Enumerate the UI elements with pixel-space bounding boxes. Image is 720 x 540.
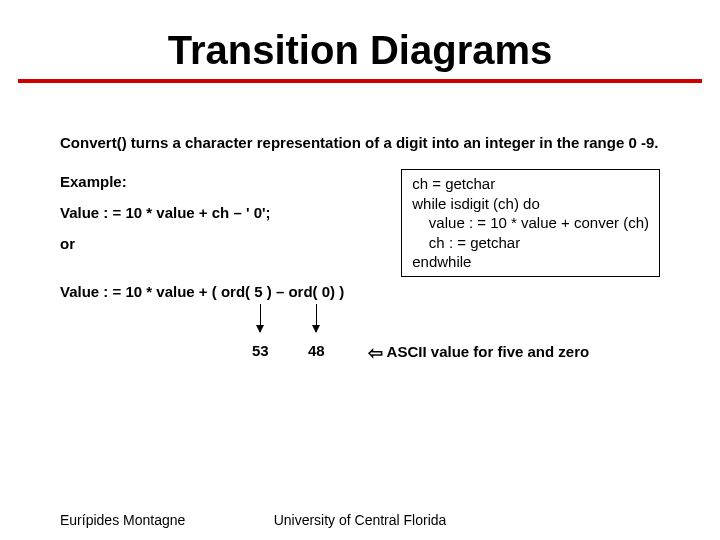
value-48: 48 bbox=[308, 342, 325, 359]
ascii-note-text: ASCII value for five and zero bbox=[383, 343, 589, 360]
example-left-column: Example: Value : = 10 * value + ch – ' 0… bbox=[60, 173, 401, 266]
slide-content: Convert() turns a character representati… bbox=[0, 83, 720, 374]
expression-1: Value : = 10 * value + ch – ' 0'; bbox=[60, 204, 401, 221]
slide-title: Transition Diagrams bbox=[0, 0, 720, 79]
expression-2: Value : = 10 * value + ( ord( 5 ) – ord(… bbox=[60, 283, 660, 300]
or-label: or bbox=[60, 235, 401, 252]
example-label: Example: bbox=[60, 173, 401, 190]
arrows-area: 53 48 ⇦ ASCII value for five and zero bbox=[60, 304, 660, 374]
arrow-left-icon: ⇦ bbox=[368, 343, 383, 363]
example-row: Example: Value : = 10 * value + ch – ' 0… bbox=[60, 173, 660, 277]
footer-affiliation: University of Central Florida bbox=[0, 512, 720, 528]
arrow-down-icon bbox=[260, 304, 261, 332]
arrow-down-icon bbox=[316, 304, 317, 332]
description-text: Convert() turns a character representati… bbox=[60, 133, 660, 153]
pseudocode-box: ch = getchar while isdigit (ch) do value… bbox=[401, 169, 660, 277]
value-53: 53 bbox=[252, 342, 269, 359]
ascii-note: ⇦ ASCII value for five and zero bbox=[368, 342, 589, 364]
